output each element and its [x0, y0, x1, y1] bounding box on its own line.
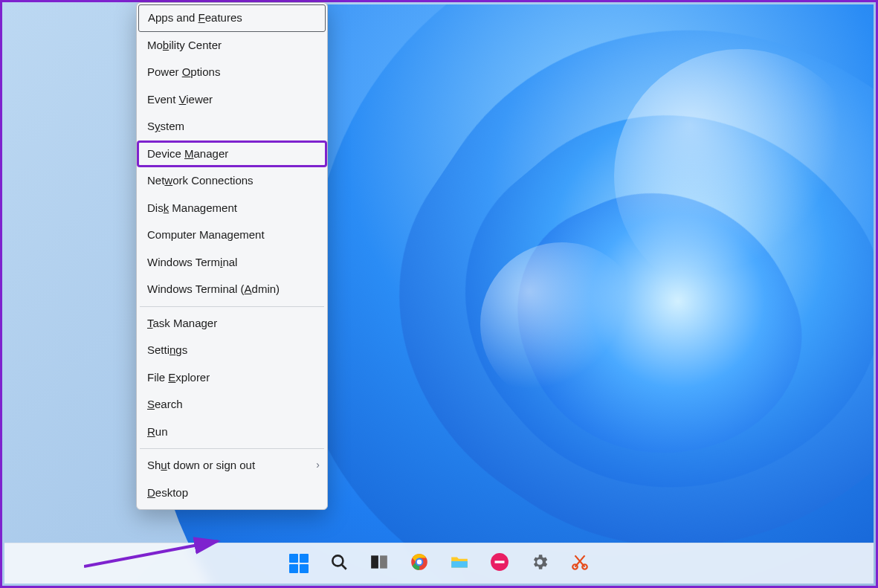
search-icon	[329, 552, 349, 575]
menu-item-desktop[interactable]: Desktop	[137, 479, 327, 507]
taskbar	[4, 543, 874, 584]
svg-rect-3	[380, 555, 387, 568]
menu-item-event-viewer[interactable]: Event Viewer	[137, 86, 327, 114]
menu-item-label: Apps and Features	[148, 11, 242, 24]
menu-separator	[140, 306, 324, 307]
menu-item-apps-features[interactable]: Apps and Features	[138, 4, 326, 32]
explorer-button[interactable]	[449, 553, 470, 574]
menu-item-label: Power Options	[147, 65, 220, 78]
menu-item-network-connections[interactable]: Network Connections	[137, 167, 327, 195]
menu-item-label: Search	[147, 398, 183, 410]
menu-item-label: File Explorer	[147, 371, 210, 384]
menu-item-label: Device Manager	[147, 147, 228, 160]
task-view-icon	[369, 552, 389, 575]
app-icon	[490, 552, 509, 575]
menu-item-label: Desktop	[147, 486, 188, 499]
menu-item-settings[interactable]: Settings	[137, 337, 327, 364]
svg-point-6	[416, 560, 422, 565]
menu-item-device-manager[interactable]: Device Manager	[137, 140, 327, 168]
snip-button[interactable]	[569, 553, 590, 574]
svg-rect-2	[371, 555, 378, 568]
svg-rect-7	[451, 561, 468, 568]
menu-item-label: Mobility Center	[147, 39, 222, 51]
snipping-tool-icon	[570, 552, 590, 575]
menu-separator	[140, 448, 324, 449]
menu-item-search[interactable]: Search	[137, 391, 327, 419]
menu-item-mobility-center[interactable]: Mobility Center	[137, 32, 327, 59]
search-button[interactable]	[329, 553, 349, 574]
chevron-right-icon: ›	[316, 460, 320, 471]
task-view-button[interactable]	[369, 553, 390, 574]
chrome-button[interactable]	[409, 553, 430, 574]
menu-item-label: Shut down or sign out	[147, 459, 255, 471]
menu-item-shutdown[interactable]: Shut down or sign out›	[137, 452, 327, 479]
menu-item-windows-terminal-admin[interactable]: Windows Terminal (Admin)	[137, 276, 327, 303]
settings-gear-icon	[530, 552, 549, 575]
menu-item-label: System	[147, 120, 184, 132]
menu-item-label: Windows Terminal (Admin)	[147, 282, 280, 295]
svg-line-1	[341, 565, 346, 569]
menu-item-label: Event Viewer	[147, 93, 213, 106]
menu-item-label: Disk Management	[147, 201, 237, 214]
app-button[interactable]	[489, 553, 510, 574]
start-button[interactable]	[288, 553, 309, 574]
screenshot-frame: Apps and FeaturesMobility CenterPower Op…	[0, 0, 878, 588]
menu-item-system[interactable]: System	[137, 113, 327, 140]
winx-context-menu[interactable]: Apps and FeaturesMobility CenterPower Op…	[136, 2, 328, 510]
chrome-icon	[410, 552, 429, 575]
settings-button[interactable]	[529, 553, 550, 574]
start-icon	[289, 554, 309, 573]
menu-item-label: Windows Terminal	[147, 256, 237, 268]
desktop-wallpaper	[4, 4, 874, 584]
menu-item-disk-management[interactable]: Disk Management	[137, 195, 327, 222]
menu-item-power-options[interactable]: Power Options	[137, 59, 327, 86]
menu-item-label: Network Connections	[147, 174, 254, 187]
menu-item-label: Computer Management	[147, 228, 265, 241]
file-explorer-icon	[450, 552, 469, 575]
menu-item-file-explorer[interactable]: File Explorer	[137, 364, 327, 392]
svg-point-0	[332, 555, 343, 566]
menu-item-label: Run	[147, 425, 168, 438]
menu-item-windows-terminal[interactable]: Windows Terminal	[137, 249, 327, 277]
menu-item-label: Settings	[147, 343, 187, 356]
menu-item-computer-management[interactable]: Computer Management	[137, 222, 327, 249]
menu-item-run[interactable]: Run	[137, 419, 327, 446]
menu-item-label: Task Manager	[147, 317, 217, 329]
menu-item-task-manager[interactable]: Task Manager	[137, 310, 327, 337]
